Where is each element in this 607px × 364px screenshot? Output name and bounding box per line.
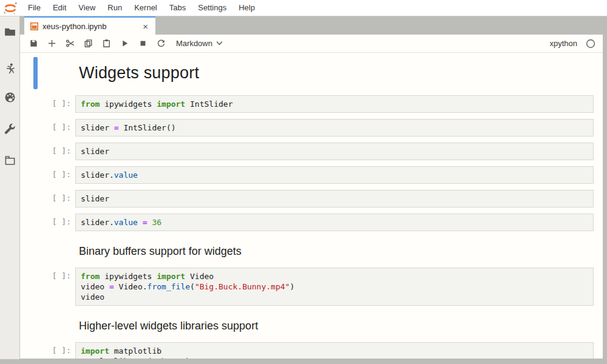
cell-prompt: [ ]: (20, 122, 71, 132)
property-inspector-icon[interactable] (4, 123, 16, 135)
code-line: slider (81, 194, 588, 204)
menu-item-settings[interactable]: Settings (192, 0, 232, 16)
save-button[interactable] (24, 35, 42, 52)
notebook-toolbar: Markdown xpython (20, 35, 603, 53)
code-input[interactable]: from ipywidgets import IntSlider (75, 95, 594, 113)
cell-type-value: Markdown (176, 39, 212, 48)
cell-prompt: [ ]: (20, 98, 71, 109)
code-line: video (81, 292, 588, 302)
code-input[interactable]: import matplotlibmatplotlib.use("nbagg") (75, 342, 594, 359)
jupyterlab-window: { "colors": { "tab_border_blue": "#569df… (0, 0, 607, 364)
code-cell[interactable]: [ ]:slider.value = 36 (20, 214, 603, 231)
markdown-cell[interactable]: Binary buffers support for widgets (20, 244, 603, 261)
code-cell[interactable]: [ ]:slider (20, 143, 603, 160)
kernel-name: xpython (549, 39, 577, 48)
menu-item-file[interactable]: File (22, 0, 47, 16)
code-line: slider = IntSlider() (81, 123, 588, 133)
code-input[interactable]: from ipywidgets import Videovideo = Vide… (75, 268, 594, 306)
code-line: slider (81, 146, 588, 157)
code-cell[interactable]: [ ]:from ipywidgets import Videovideo = … (20, 268, 603, 306)
menu-item-view[interactable]: View (72, 0, 101, 16)
cell-prompt: [ ]: (20, 193, 71, 203)
menu-item-tabs[interactable]: Tabs (163, 0, 192, 16)
code-input[interactable]: slider.value = 36 (75, 214, 594, 231)
menu-item-help[interactable]: Help (232, 0, 261, 16)
code-input[interactable]: slider = IntSlider() (75, 119, 594, 136)
restart-kernel-button[interactable] (152, 35, 170, 52)
cell-type-dropdown[interactable]: Markdown (176, 39, 223, 48)
tab-title: xeus-python.ipynb (42, 22, 107, 31)
code-line: video = Video.from_file("Big.Buck.Bunny.… (81, 281, 588, 292)
code-cell[interactable]: [ ]:slider (20, 190, 603, 207)
tab-bar: xeus-python.ipynb × (20, 16, 603, 35)
open-tabs-icon[interactable] (4, 154, 16, 167)
cell-prompt: [ ]: (20, 217, 71, 227)
code-line: matplotlib.use("nbagg") (81, 356, 588, 359)
markdown-heading: Widgets support (79, 57, 199, 89)
code-line: slider.value (81, 170, 588, 180)
code-input[interactable]: slider.value (75, 166, 594, 184)
markdown-heading: Higher-level widgets libraries support (79, 318, 258, 333)
cell-prompt: [ ]: (20, 345, 71, 356)
menu-item-kernel[interactable]: Kernel (128, 0, 163, 16)
command-palette-icon[interactable] (4, 91, 16, 104)
code-cell[interactable]: [ ]:slider = IntSlider() (20, 119, 603, 136)
jupyter-logo-icon (3, 1, 18, 15)
running-sessions-icon[interactable] (4, 62, 16, 75)
notebook-panel: Widgets support[ ]:from ipywidgets impor… (20, 53, 603, 359)
code-input[interactable]: slider (75, 190, 594, 207)
code-cell[interactable]: [ ]:from ipywidgets import IntSlider (20, 95, 603, 113)
tab-xeus-python-notebook[interactable]: xeus-python.ipynb × (24, 16, 155, 35)
code-line: slider.value = 36 (81, 217, 588, 228)
markdown-cell[interactable]: Widgets support (20, 57, 603, 89)
run-cell-button[interactable] (115, 35, 134, 52)
notebook-file-icon (30, 22, 38, 30)
file-browser-icon[interactable] (4, 25, 16, 38)
selected-cell-collapser[interactable] (33, 57, 38, 89)
code-line: import matplotlib (81, 346, 588, 356)
menu-item-edit[interactable]: Edit (47, 0, 72, 16)
markdown-heading: Binary buffers support for widgets (79, 244, 242, 258)
kernel-indicator: xpython (549, 39, 595, 49)
main-dock-panel: xeus-python.ipynb × (20, 16, 603, 359)
kernel-status-icon[interactable] (586, 39, 595, 49)
menu-bar: FileEditViewRunKernelTabsSettingsHelp (0, 0, 607, 16)
menu-items: FileEditViewRunKernelTabsSettingsHelp (22, 0, 261, 16)
cell-prompt: [ ]: (20, 271, 71, 281)
copy-cells-button[interactable] (79, 35, 97, 52)
code-cell[interactable]: [ ]:import matplotlibmatplotlib.use("nba… (20, 342, 603, 359)
cell-prompt: [ ]: (20, 169, 71, 180)
chevron-down-icon (216, 40, 223, 47)
interrupt-kernel-button[interactable] (134, 35, 152, 52)
code-cell[interactable]: [ ]:slider.value (20, 166, 603, 184)
code-line: from ipywidgets import IntSlider (81, 99, 588, 109)
cut-cells-button[interactable] (61, 35, 79, 52)
tab-close-icon[interactable]: × (140, 22, 151, 30)
code-line: from ipywidgets import Video (81, 271, 588, 281)
cell-prompt: [ ]: (20, 146, 71, 156)
insert-cell-button[interactable] (42, 35, 61, 52)
left-sidebar (0, 16, 20, 359)
paste-cells-button[interactable] (97, 35, 115, 52)
code-input[interactable]: slider (75, 143, 594, 160)
markdown-cell[interactable]: Higher-level widgets libraries support (20, 318, 603, 336)
menu-item-run[interactable]: Run (101, 0, 128, 16)
